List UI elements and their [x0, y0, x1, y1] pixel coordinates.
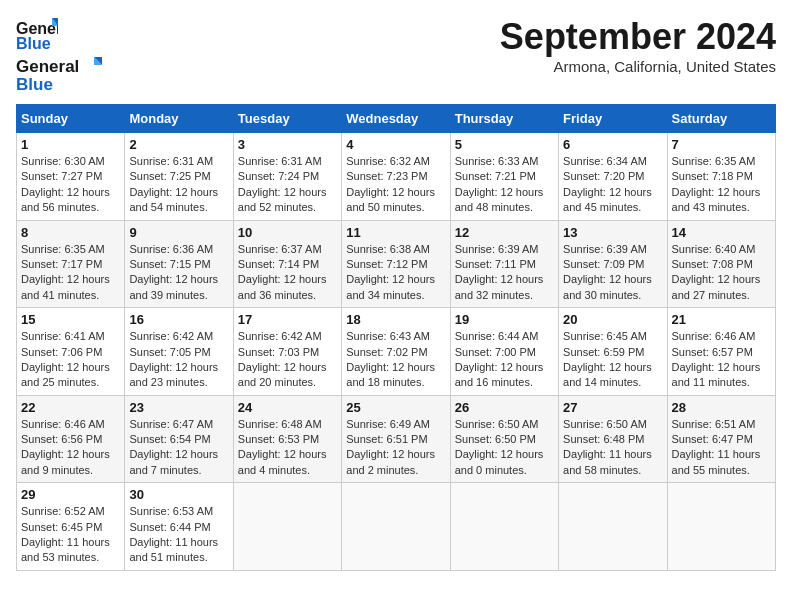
calendar-cell: 17Sunrise: 6:42 AMSunset: 7:03 PMDayligh… [233, 308, 341, 396]
day-content: Sunrise: 6:38 AMSunset: 7:12 PMDaylight:… [346, 242, 445, 304]
calendar-cell: 3Sunrise: 6:31 AMSunset: 7:24 PMDaylight… [233, 133, 341, 221]
calendar-cell: 23Sunrise: 6:47 AMSunset: 6:54 PMDayligh… [125, 395, 233, 483]
day-content: Sunrise: 6:39 AMSunset: 7:11 PMDaylight:… [455, 242, 554, 304]
day-number: 19 [455, 312, 554, 327]
col-thursday: Thursday [450, 105, 558, 133]
day-content: Sunrise: 6:46 AMSunset: 6:57 PMDaylight:… [672, 329, 771, 391]
col-sunday: Sunday [17, 105, 125, 133]
day-content: Sunrise: 6:45 AMSunset: 6:59 PMDaylight:… [563, 329, 662, 391]
day-content: Sunrise: 6:50 AMSunset: 6:50 PMDaylight:… [455, 417, 554, 479]
calendar-cell: 15Sunrise: 6:41 AMSunset: 7:06 PMDayligh… [17, 308, 125, 396]
day-number: 1 [21, 137, 120, 152]
day-content: Sunrise: 6:35 AMSunset: 7:17 PMDaylight:… [21, 242, 120, 304]
col-wednesday: Wednesday [342, 105, 450, 133]
col-friday: Friday [559, 105, 667, 133]
calendar-week-1: 1Sunrise: 6:30 AMSunset: 7:27 PMDaylight… [17, 133, 776, 221]
calendar-cell: 6Sunrise: 6:34 AMSunset: 7:20 PMDaylight… [559, 133, 667, 221]
day-content: Sunrise: 6:48 AMSunset: 6:53 PMDaylight:… [238, 417, 337, 479]
day-number: 23 [129, 400, 228, 415]
day-number: 13 [563, 225, 662, 240]
day-content: Sunrise: 6:41 AMSunset: 7:06 PMDaylight:… [21, 329, 120, 391]
day-content: Sunrise: 6:34 AMSunset: 7:20 PMDaylight:… [563, 154, 662, 216]
logo-full: General Blue [16, 54, 106, 94]
calendar-cell: 10Sunrise: 6:37 AMSunset: 7:14 PMDayligh… [233, 220, 341, 308]
day-number: 11 [346, 225, 445, 240]
calendar-cell: 22Sunrise: 6:46 AMSunset: 6:56 PMDayligh… [17, 395, 125, 483]
calendar-cell: 19Sunrise: 6:44 AMSunset: 7:00 PMDayligh… [450, 308, 558, 396]
page-header: General Blue General Blue September 2024… [16, 16, 776, 94]
day-number: 17 [238, 312, 337, 327]
day-content: Sunrise: 6:42 AMSunset: 7:05 PMDaylight:… [129, 329, 228, 391]
calendar-subtitle: Armona, California, United States [500, 58, 776, 75]
svg-text:Blue: Blue [16, 75, 53, 94]
calendar-cell [233, 483, 341, 571]
day-content: Sunrise: 6:37 AMSunset: 7:14 PMDaylight:… [238, 242, 337, 304]
calendar-cell: 29Sunrise: 6:52 AMSunset: 6:45 PMDayligh… [17, 483, 125, 571]
col-tuesday: Tuesday [233, 105, 341, 133]
day-number: 6 [563, 137, 662, 152]
day-number: 10 [238, 225, 337, 240]
day-content: Sunrise: 6:43 AMSunset: 7:02 PMDaylight:… [346, 329, 445, 391]
calendar-week-5: 29Sunrise: 6:52 AMSunset: 6:45 PMDayligh… [17, 483, 776, 571]
day-content: Sunrise: 6:36 AMSunset: 7:15 PMDaylight:… [129, 242, 228, 304]
day-content: Sunrise: 6:50 AMSunset: 6:48 PMDaylight:… [563, 417, 662, 479]
svg-text:Blue: Blue [16, 35, 51, 52]
calendar-cell: 4Sunrise: 6:32 AMSunset: 7:23 PMDaylight… [342, 133, 450, 221]
calendar-cell [342, 483, 450, 571]
day-number: 27 [563, 400, 662, 415]
calendar-cell: 25Sunrise: 6:49 AMSunset: 6:51 PMDayligh… [342, 395, 450, 483]
calendar-cell: 28Sunrise: 6:51 AMSunset: 6:47 PMDayligh… [667, 395, 775, 483]
day-content: Sunrise: 6:44 AMSunset: 7:00 PMDaylight:… [455, 329, 554, 391]
day-content: Sunrise: 6:49 AMSunset: 6:51 PMDaylight:… [346, 417, 445, 479]
day-number: 15 [21, 312, 120, 327]
day-number: 24 [238, 400, 337, 415]
day-number: 5 [455, 137, 554, 152]
calendar-cell [450, 483, 558, 571]
calendar-cell: 1Sunrise: 6:30 AMSunset: 7:27 PMDaylight… [17, 133, 125, 221]
svg-text:General: General [16, 57, 79, 76]
day-number: 12 [455, 225, 554, 240]
calendar-cell: 8Sunrise: 6:35 AMSunset: 7:17 PMDaylight… [17, 220, 125, 308]
day-content: Sunrise: 6:31 AMSunset: 7:24 PMDaylight:… [238, 154, 337, 216]
col-monday: Monday [125, 105, 233, 133]
calendar-cell: 18Sunrise: 6:43 AMSunset: 7:02 PMDayligh… [342, 308, 450, 396]
calendar-cell: 5Sunrise: 6:33 AMSunset: 7:21 PMDaylight… [450, 133, 558, 221]
calendar-cell [667, 483, 775, 571]
calendar-title: September 2024 [500, 16, 776, 58]
day-content: Sunrise: 6:35 AMSunset: 7:18 PMDaylight:… [672, 154, 771, 216]
title-area: September 2024 Armona, California, Unite… [500, 16, 776, 75]
day-content: Sunrise: 6:30 AMSunset: 7:27 PMDaylight:… [21, 154, 120, 216]
calendar-cell: 7Sunrise: 6:35 AMSunset: 7:18 PMDaylight… [667, 133, 775, 221]
calendar-table: Sunday Monday Tuesday Wednesday Thursday… [16, 104, 776, 571]
day-content: Sunrise: 6:39 AMSunset: 7:09 PMDaylight:… [563, 242, 662, 304]
day-content: Sunrise: 6:51 AMSunset: 6:47 PMDaylight:… [672, 417, 771, 479]
day-number: 21 [672, 312, 771, 327]
calendar-cell: 16Sunrise: 6:42 AMSunset: 7:05 PMDayligh… [125, 308, 233, 396]
calendar-cell: 9Sunrise: 6:36 AMSunset: 7:15 PMDaylight… [125, 220, 233, 308]
calendar-cell: 21Sunrise: 6:46 AMSunset: 6:57 PMDayligh… [667, 308, 775, 396]
calendar-week-2: 8Sunrise: 6:35 AMSunset: 7:17 PMDaylight… [17, 220, 776, 308]
day-content: Sunrise: 6:31 AMSunset: 7:25 PMDaylight:… [129, 154, 228, 216]
calendar-header: Sunday Monday Tuesday Wednesday Thursday… [17, 105, 776, 133]
day-content: Sunrise: 6:33 AMSunset: 7:21 PMDaylight:… [455, 154, 554, 216]
day-number: 20 [563, 312, 662, 327]
day-number: 22 [21, 400, 120, 415]
day-content: Sunrise: 6:53 AMSunset: 6:44 PMDaylight:… [129, 504, 228, 566]
calendar-cell: 14Sunrise: 6:40 AMSunset: 7:08 PMDayligh… [667, 220, 775, 308]
day-content: Sunrise: 6:32 AMSunset: 7:23 PMDaylight:… [346, 154, 445, 216]
day-number: 8 [21, 225, 120, 240]
calendar-cell: 26Sunrise: 6:50 AMSunset: 6:50 PMDayligh… [450, 395, 558, 483]
calendar-cell: 13Sunrise: 6:39 AMSunset: 7:09 PMDayligh… [559, 220, 667, 308]
day-number: 18 [346, 312, 445, 327]
day-number: 30 [129, 487, 228, 502]
calendar-cell: 20Sunrise: 6:45 AMSunset: 6:59 PMDayligh… [559, 308, 667, 396]
day-number: 28 [672, 400, 771, 415]
calendar-cell: 12Sunrise: 6:39 AMSunset: 7:11 PMDayligh… [450, 220, 558, 308]
day-content: Sunrise: 6:42 AMSunset: 7:03 PMDaylight:… [238, 329, 337, 391]
day-number: 26 [455, 400, 554, 415]
day-number: 7 [672, 137, 771, 152]
calendar-cell: 24Sunrise: 6:48 AMSunset: 6:53 PMDayligh… [233, 395, 341, 483]
day-number: 16 [129, 312, 228, 327]
day-content: Sunrise: 6:52 AMSunset: 6:45 PMDaylight:… [21, 504, 120, 566]
day-number: 3 [238, 137, 337, 152]
